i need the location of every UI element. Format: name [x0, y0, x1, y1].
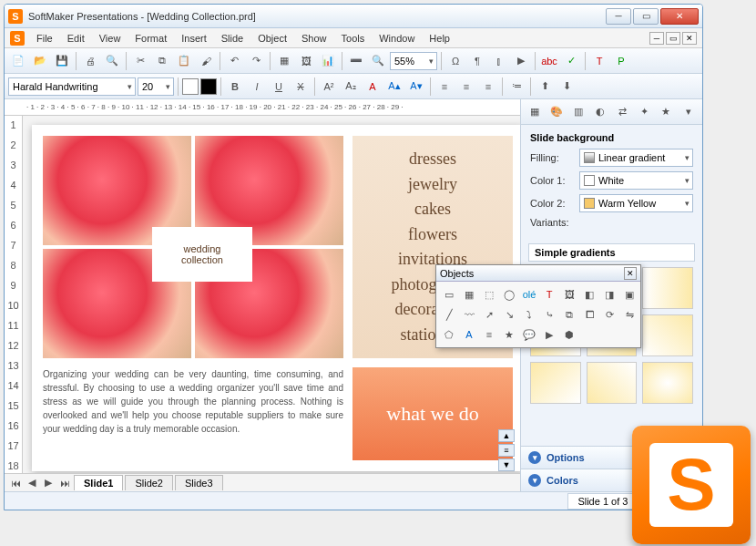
table-obj-icon[interactable]: ▦ [460, 285, 478, 304]
menu-insert[interactable]: Insert [175, 30, 213, 46]
select-icon[interactable]: ▭ [440, 285, 458, 304]
save-icon[interactable]: 💾 [52, 51, 72, 71]
oval-icon[interactable]: ◯ [500, 285, 518, 304]
bold-icon[interactable]: B [225, 77, 245, 97]
body-text[interactable]: Organizing your wedding can be very daun… [43, 367, 343, 436]
objects-palette[interactable]: Objects ✕ ▭ ▦ ⬚ ◯ olé T 🖼 ◧ ◨ ▣ ╱ 〰 ➚ ↘ … [435, 264, 641, 348]
image-icon[interactable]: 🖼 [296, 51, 316, 71]
menu-view[interactable]: View [93, 30, 128, 46]
promote-icon[interactable]: ⬆ [535, 77, 555, 97]
spellcheck-icon[interactable]: abc [539, 51, 559, 71]
menu-slide[interactable]: Slide [215, 30, 250, 46]
frame-icon[interactable]: ⬚ [480, 285, 498, 304]
menu-edit[interactable]: Edit [61, 30, 91, 46]
animation-icon[interactable]: ✦ [634, 102, 654, 122]
autoshape-icon[interactable]: ⬠ [440, 325, 458, 344]
align-left-icon[interactable]: ≡ [434, 77, 455, 97]
open-icon[interactable]: 📂 [30, 51, 50, 71]
palette-close-icon[interactable]: ✕ [624, 267, 637, 280]
new-icon[interactable]: 📄 [8, 51, 28, 71]
nonprinting-icon[interactable]: ¶ [467, 51, 487, 71]
gradient-thumb[interactable] [642, 362, 693, 404]
menu-tools[interactable]: Tools [335, 30, 372, 46]
increase-font-icon[interactable]: A▴ [384, 77, 404, 97]
picture-obj-icon[interactable]: 🖼 [560, 285, 578, 304]
ole-icon[interactable]: olé [520, 285, 538, 304]
color1-combo[interactable]: White [579, 171, 693, 190]
filling-combo[interactable]: Linear gradient [579, 149, 693, 167]
flip-icon[interactable]: ⇋ [620, 305, 639, 324]
cut-icon[interactable]: ✂ [130, 51, 150, 71]
background-icon[interactable]: ◐ [590, 102, 610, 122]
check-icon[interactable]: ✓ [561, 51, 581, 71]
group-icon[interactable]: ⧉ [560, 305, 578, 324]
tab-slide3[interactable]: Slide3 [175, 475, 223, 490]
title-box[interactable]: wedding collection [152, 227, 252, 282]
minimize-button[interactable]: ─ [606, 8, 631, 25]
panel-menu-icon[interactable]: ▾ [679, 102, 699, 122]
what-we-do-box[interactable]: what we do [352, 367, 513, 460]
align-obj-icon[interactable]: ≡ [480, 325, 498, 344]
italic-icon[interactable]: I [247, 77, 267, 97]
vertical-ruler[interactable]: 12345678910111213141516171819 [5, 116, 23, 473]
mdi-minimize-button[interactable]: ─ [649, 32, 664, 45]
chart-icon[interactable]: 📊 [318, 51, 338, 71]
maximize-button[interactable]: ▭ [633, 8, 659, 25]
gradient-thumb[interactable] [642, 314, 693, 356]
shape2-icon[interactable]: ◨ [600, 285, 618, 304]
slide-show-icon[interactable]: ▶ [511, 51, 531, 71]
align-center-icon[interactable]: ≡ [456, 77, 476, 97]
slide-indicator-icon[interactable]: ≡ [498, 444, 515, 457]
mdi-restore-button[interactable]: ▭ [666, 32, 680, 45]
menu-object[interactable]: Object [251, 30, 293, 46]
text-obj-icon[interactable]: T [540, 285, 558, 304]
shape3-icon[interactable]: ▣ [620, 285, 639, 304]
undo-icon[interactable]: ↶ [224, 51, 244, 71]
mdi-close-button[interactable]: ✕ [682, 32, 697, 45]
callout-icon[interactable]: 💬 [520, 325, 538, 344]
header-footer-icon[interactable]: ⫿ [489, 51, 509, 71]
demote-icon[interactable]: ⬇ [557, 77, 577, 97]
textart-icon[interactable]: A [460, 325, 478, 344]
superscript-icon[interactable]: A² [319, 77, 339, 97]
tab-slide2[interactable]: Slide2 [125, 475, 173, 490]
image-grid[interactable]: wedding collection [43, 136, 343, 358]
3d-icon[interactable]: ⬢ [560, 325, 578, 344]
zoom-fit-icon[interactable]: 🔍 [368, 51, 388, 71]
design-icon[interactable]: 🎨 [547, 102, 567, 122]
format-paint-icon[interactable]: 🖌 [196, 51, 216, 71]
decrease-font-icon[interactable]: A▾ [406, 77, 426, 97]
app-menu-icon[interactable]: S [10, 31, 25, 46]
menu-format[interactable]: Format [128, 30, 173, 46]
strike-icon[interactable]: X [291, 77, 311, 97]
arrow-icon[interactable]: ➚ [480, 305, 498, 324]
next-slide-icon[interactable]: ▼ [498, 458, 515, 471]
copy-icon[interactable]: ⧉ [152, 51, 172, 71]
star-obj-icon[interactable]: ★ [500, 325, 518, 344]
gradient-thumb[interactable] [530, 362, 581, 404]
gradient-thumb[interactable] [587, 362, 638, 404]
size-combo[interactable]: 20 [138, 77, 174, 96]
connector3-icon[interactable]: ⤷ [540, 305, 558, 324]
textbox-icon[interactable]: T [589, 51, 609, 71]
tab-slide1[interactable]: Slide1 [74, 475, 123, 490]
menu-help[interactable]: Help [423, 30, 456, 46]
action-icon[interactable]: ▶ [540, 325, 558, 344]
tab-next-icon[interactable]: ▶ [41, 477, 56, 489]
ungroup-icon[interactable]: ⧠ [580, 305, 598, 324]
text-color-swatch[interactable] [200, 78, 217, 95]
tab-prev-icon[interactable]: ◀ [25, 477, 39, 489]
color2-combo[interactable]: Warm Yellow [579, 194, 693, 212]
redo-icon[interactable]: ↷ [246, 51, 266, 71]
tab-last-icon[interactable]: ⏭ [57, 478, 72, 489]
prev-slide-icon[interactable]: ▲ [498, 429, 515, 442]
horizontal-ruler[interactable]: · 1 · 2 · 3 · 4 · 5 · 6 · 7 · 8 · 9 · 10… [5, 99, 520, 116]
paste-icon[interactable]: 📋 [174, 51, 194, 71]
fill-color-swatch[interactable] [182, 78, 199, 95]
menu-file[interactable]: File [30, 30, 59, 46]
font-combo[interactable]: Harald Handwriting [8, 77, 136, 96]
zoom-out-icon[interactable]: ➖ [346, 51, 366, 71]
line-icon[interactable]: ╱ [440, 305, 458, 324]
connector2-icon[interactable]: ⤵ [520, 305, 538, 324]
titlebar[interactable]: S SoftMaker Presentations - [Wedding Col… [5, 5, 702, 28]
